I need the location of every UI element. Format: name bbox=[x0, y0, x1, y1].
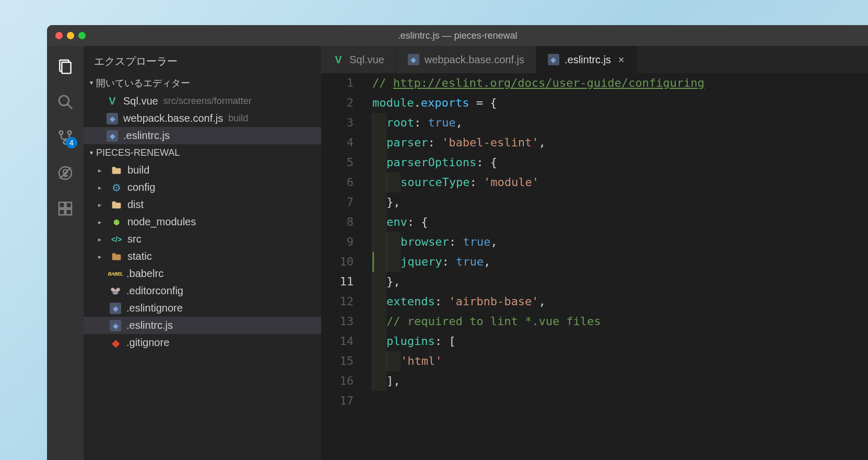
tree-file[interactable]: BABEL .babelrc bbox=[84, 265, 321, 282]
chevron-right-icon: ▸ bbox=[98, 218, 105, 226]
tree-file[interactable]: 🐭 .editorconfig bbox=[84, 282, 321, 300]
folder-name: static bbox=[127, 250, 152, 262]
search-icon[interactable] bbox=[55, 92, 75, 112]
maximize-icon[interactable] bbox=[78, 32, 86, 39]
tab-label: Sql.vue bbox=[349, 54, 384, 66]
folder-icon: ⚙ bbox=[111, 182, 122, 193]
svg-rect-15 bbox=[59, 209, 65, 215]
chevron-right-icon: ▸ bbox=[98, 236, 105, 243]
tab-bar: V Sql.vue webpack.base.conf.js .eslintrc… bbox=[321, 46, 868, 73]
editorconfig-icon: 🐭 bbox=[110, 285, 121, 297]
tree-file[interactable]: .eslintrc.js bbox=[84, 317, 321, 334]
git-icon: ◆ bbox=[110, 337, 121, 349]
line-gutter: 1 2 3 4 5 6 7 8 9 10 11 12 13 14 15 16 1 bbox=[321, 73, 368, 460]
main-area: 4 エクスプローラー ▾ 開いているエディター V Sql.vue src/sc… bbox=[47, 46, 868, 460]
svg-point-4 bbox=[60, 131, 63, 134]
chevron-right-icon: ▸ bbox=[98, 253, 105, 260]
tab-webpack[interactable]: webpack.base.conf.js bbox=[396, 46, 536, 73]
tree-folder[interactable]: ▸ build bbox=[84, 162, 321, 179]
open-editor-item[interactable]: V Sql.vue src/screens/formatter bbox=[84, 93, 321, 110]
chevron-right-icon: ▸ bbox=[98, 184, 105, 191]
babel-icon: BABEL bbox=[110, 268, 121, 280]
file-path: src/screens/formatter bbox=[163, 96, 252, 107]
chevron-right-icon: ▸ bbox=[98, 167, 105, 174]
chevron-right-icon: ▸ bbox=[98, 201, 105, 209]
folder-name: dist bbox=[127, 199, 144, 211]
folder-icon bbox=[111, 199, 122, 211]
svg-point-2 bbox=[59, 96, 69, 106]
js-icon bbox=[408, 54, 419, 65]
tree-folder[interactable]: ▸ </> src bbox=[84, 231, 321, 248]
source-control-icon[interactable]: 4 bbox=[55, 128, 75, 147]
js-icon bbox=[107, 113, 118, 124]
svg-line-3 bbox=[67, 104, 72, 109]
svg-rect-14 bbox=[66, 202, 72, 208]
tree-folder[interactable]: ▸ dist bbox=[84, 196, 321, 213]
debug-icon[interactable] bbox=[55, 163, 75, 183]
tab-label: webpack.base.conf.js bbox=[425, 54, 524, 66]
tree-file[interactable]: .eslintignore bbox=[84, 300, 321, 317]
titlebar: .eslintrc.js — pieces-renewal bbox=[47, 25, 868, 46]
folder-icon bbox=[111, 165, 122, 176]
src-icon: </> bbox=[111, 234, 122, 245]
file-name: webpack.base.conf.js bbox=[123, 112, 223, 124]
workspace-label: PIECES-RENEWAL bbox=[96, 147, 180, 158]
window-title: .eslintrc.js — pieces-renewal bbox=[397, 30, 517, 41]
folder-icon bbox=[111, 251, 122, 262]
code-link[interactable]: http://eslint.org/docs/user-guide/config… bbox=[393, 73, 705, 93]
folder-name: src bbox=[127, 233, 142, 245]
file-name: .gitignore bbox=[126, 337, 169, 349]
chevron-down-icon: ▾ bbox=[90, 149, 93, 156]
js-icon bbox=[110, 303, 121, 314]
folder-name: build bbox=[127, 164, 149, 176]
tree-folder[interactable]: ▸ ⬢ node_modules bbox=[84, 213, 321, 231]
js-icon bbox=[548, 54, 559, 65]
file-name: .editorconfig bbox=[126, 285, 183, 297]
file-name: .babelrc bbox=[126, 268, 163, 280]
close-tab-icon[interactable]: × bbox=[618, 54, 625, 66]
open-editors-label: 開いているエディター bbox=[96, 77, 190, 89]
vue-icon: V bbox=[107, 96, 118, 107]
svg-rect-1 bbox=[62, 62, 71, 73]
file-name: .eslintignore bbox=[126, 302, 183, 314]
open-editor-item[interactable]: .eslintrc.js bbox=[84, 127, 321, 144]
code-content[interactable]: // http://eslint.org/docs/user-guide/con… bbox=[368, 73, 868, 460]
tab-label: .eslintrc.js bbox=[565, 54, 611, 66]
chevron-down-icon: ▾ bbox=[90, 79, 93, 86]
scm-badge: 4 bbox=[66, 137, 77, 148]
code-editor[interactable]: 1 2 3 4 5 6 7 8 9 10 11 12 13 14 15 16 1 bbox=[321, 73, 868, 460]
tree-folder[interactable]: ▸ static bbox=[84, 248, 321, 265]
minimize-icon[interactable] bbox=[67, 32, 74, 39]
window-controls bbox=[47, 32, 86, 39]
tree-folder[interactable]: ▸ ⚙ config bbox=[84, 179, 321, 196]
open-editor-item[interactable]: webpack.base.conf.js build bbox=[84, 110, 321, 127]
svg-rect-16 bbox=[66, 209, 72, 215]
explorer-icon[interactable] bbox=[55, 56, 75, 76]
node-icon: ⬢ bbox=[111, 216, 122, 228]
editor-area: V Sql.vue webpack.base.conf.js .eslintrc… bbox=[321, 46, 868, 460]
file-name: .eslintrc.js bbox=[123, 130, 170, 142]
tab-sql-vue[interactable]: V Sql.vue bbox=[321, 46, 396, 73]
sidebar: エクスプローラー ▾ 開いているエディター V Sql.vue src/scre… bbox=[84, 46, 321, 460]
tree-file[interactable]: ◆ .gitignore bbox=[84, 334, 321, 351]
extensions-icon[interactable] bbox=[55, 199, 75, 218]
activity-bar: 4 bbox=[47, 46, 84, 460]
folder-name: node_modules bbox=[127, 216, 196, 228]
file-path: build bbox=[228, 113, 248, 124]
vue-icon: V bbox=[333, 54, 344, 65]
file-name: .eslintrc.js bbox=[126, 319, 173, 331]
open-editors-header[interactable]: ▾ 開いているエディター bbox=[84, 74, 321, 93]
svg-point-5 bbox=[68, 131, 72, 134]
workspace-header[interactable]: ▾ PIECES-RENEWAL bbox=[84, 144, 321, 162]
js-icon bbox=[110, 320, 121, 331]
app-window: .eslintrc.js — pieces-renewal 4 エクスプローラー bbox=[47, 25, 868, 460]
sidebar-title: エクスプローラー bbox=[84, 46, 321, 74]
svg-rect-13 bbox=[59, 202, 65, 208]
tab-eslintrc[interactable]: .eslintrc.js × bbox=[536, 46, 637, 73]
js-icon bbox=[107, 130, 118, 142]
file-name: Sql.vue bbox=[123, 95, 158, 107]
close-icon[interactable] bbox=[55, 32, 63, 39]
folder-name: config bbox=[127, 181, 155, 193]
